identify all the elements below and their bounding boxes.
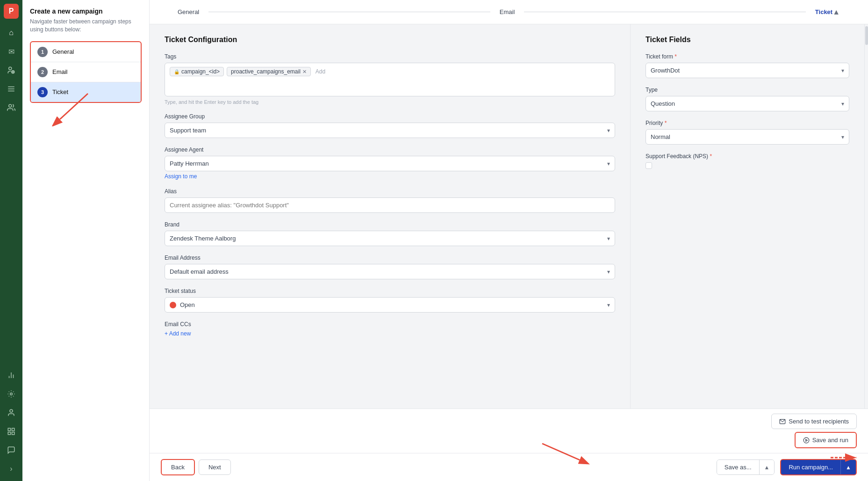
- step-num-3: 3: [37, 87, 48, 97]
- back-button[interactable]: Back: [161, 459, 195, 475]
- type-label: Type: [646, 87, 849, 93]
- assignee-group-field: Assignee Group Support team ▾: [165, 113, 615, 138]
- svg-point-17: [803, 437, 809, 443]
- svg-marker-18: [805, 439, 807, 441]
- save-as-arrow[interactable]: ▲: [760, 460, 775, 474]
- tag-close-icon[interactable]: ✕: [302, 69, 307, 75]
- alias-input[interactable]: [165, 197, 615, 213]
- ticket-status-value: Open: [180, 301, 195, 308]
- svg-point-9: [10, 393, 13, 395]
- users-nav-item[interactable]: [3, 62, 20, 79]
- sidebar: Create a new campaign Navigate faster be…: [22, 0, 150, 481]
- step-num-1: 1: [37, 47, 48, 57]
- brand-value: Zendesk Theme Aalborg: [170, 235, 236, 242]
- tag-proactive[interactable]: proactive_campaigns_email ✕: [227, 67, 311, 76]
- alias-label: Alias: [165, 188, 615, 195]
- footer-extras: Send to test recipients Save and run: [150, 408, 868, 453]
- chevron-down-icon-6: ▾: [841, 67, 844, 74]
- ticket-form-select[interactable]: GrowthDot ▾: [646, 63, 849, 78]
- progress-bar: General Email Ticket ▲: [150, 0, 868, 24]
- ticket-status-select[interactable]: Open ▾: [165, 297, 615, 313]
- svg-rect-12: [12, 428, 14, 430]
- chevron-down-icon-4: ▾: [607, 269, 610, 275]
- tags-hint: Type, and hit the Enter key to add the t…: [165, 99, 615, 105]
- ticket-form-value: GrowthDot: [651, 67, 680, 74]
- nav-buttons: Back Next: [161, 459, 231, 475]
- app-logo[interactable]: P: [4, 4, 19, 19]
- email-address-field-group: Email Address Default email address ▾: [165, 255, 615, 279]
- assignee-agent-select[interactable]: Patty Herrman ▾: [165, 156, 615, 171]
- scrollbar[interactable]: [864, 24, 868, 408]
- progress-step-email[interactable]: Email: [500, 8, 515, 15]
- collapse-icon[interactable]: ▲: [832, 8, 840, 16]
- support-feedback-checkbox[interactable]: [646, 162, 652, 169]
- svg-point-0: [9, 67, 12, 70]
- add-new-link[interactable]: + Add new: [165, 330, 615, 337]
- ticket-fields-title: Ticket Fields: [646, 36, 849, 44]
- home-nav-item[interactable]: ⌂: [3, 24, 20, 41]
- send-to-test-button[interactable]: Send to test recipients: [771, 414, 857, 429]
- tag-campaign-id[interactable]: 🔒 campaign_<id>: [170, 67, 224, 76]
- next-button[interactable]: Next: [199, 459, 231, 475]
- step-email[interactable]: 2 Email: [31, 62, 141, 82]
- progress-line-2: [524, 12, 806, 12]
- svg-rect-13: [8, 432, 10, 435]
- list-nav-item[interactable]: [3, 80, 20, 97]
- settings-nav-item[interactable]: [3, 386, 20, 402]
- step-label-email: Email: [52, 68, 68, 75]
- sidebar-title: Create a new campaign: [30, 7, 142, 15]
- priority-label: Priority *: [646, 120, 849, 126]
- email-address-value: Default email address: [170, 268, 229, 275]
- progress-line-1: [208, 12, 490, 12]
- priority-field-group: Priority * Normal ▾: [646, 120, 849, 145]
- tag-text: campaign_<id>: [181, 68, 220, 75]
- chat-nav-item[interactable]: [3, 442, 20, 459]
- tags-add[interactable]: Add: [314, 67, 327, 76]
- svg-point-5: [9, 104, 12, 107]
- apps-nav-item[interactable]: [3, 423, 20, 440]
- ticket-status-field-group: Ticket status Open ▾: [165, 288, 615, 313]
- sidebar-subtitle: Navigate faster between campaign steps u…: [30, 18, 142, 34]
- assignee-agent-label: Assignee Agent: [165, 146, 615, 153]
- save-and-run-button[interactable]: Save and run: [795, 432, 857, 448]
- left-navigation: P ⌂ ✉ ›: [0, 0, 22, 481]
- status-open-dot: [170, 302, 176, 308]
- save-as-button[interactable]: Save as...: [717, 460, 760, 474]
- scroll-thumb: [865, 26, 868, 45]
- email-ccs-field-group: Email CCs + Add new: [165, 321, 615, 337]
- svg-rect-11: [8, 428, 10, 430]
- type-select[interactable]: Question ▾: [646, 96, 849, 111]
- ticket-config-panel: Ticket Configuration Tags 🔒 campaign_<id…: [150, 24, 631, 408]
- chevron-down-icon-3: ▾: [607, 235, 610, 242]
- tags-input[interactable]: 🔒 campaign_<id> proactive_campaigns_emai…: [165, 63, 615, 96]
- step-general[interactable]: 1 General: [31, 42, 141, 62]
- run-campaign-button[interactable]: Run campaign...: [781, 460, 841, 474]
- people-nav-item[interactable]: [3, 99, 20, 116]
- chart-nav-item[interactable]: [3, 367, 20, 384]
- step-ticket[interactable]: 3 Ticket: [31, 82, 141, 102]
- assign-to-me-link[interactable]: Assign to me: [165, 173, 615, 180]
- play-icon: [803, 437, 810, 444]
- step-num-2: 2: [37, 67, 48, 77]
- progress-step-general[interactable]: General: [178, 8, 199, 15]
- assignee-group-select[interactable]: Support team ▾: [165, 123, 615, 138]
- ticket-status-label: Ticket status: [165, 288, 615, 294]
- run-campaign-arrow[interactable]: ▲: [841, 460, 856, 474]
- tags-field-group: Tags 🔒 campaign_<id> proactive_campaigns…: [165, 53, 615, 105]
- envelope-icon: [779, 418, 786, 425]
- run-campaign-group: Run campaign... ▲: [780, 459, 857, 475]
- steps-container: 1 General 2 Email 3 Ticket: [30, 41, 142, 103]
- alias-field-group: Alias: [165, 188, 615, 213]
- type-field-group: Type Question ▾: [646, 87, 849, 111]
- priority-select[interactable]: Normal ▾: [646, 129, 849, 145]
- step-label-general: General: [52, 48, 74, 55]
- mail-nav-item[interactable]: ✉: [3, 43, 20, 60]
- ticket-form-label: Ticket form *: [646, 53, 849, 60]
- expand-nav-item[interactable]: ›: [3, 460, 20, 477]
- progress-step-ticket[interactable]: Ticket: [815, 8, 832, 15]
- brand-select[interactable]: Zendesk Theme Aalborg ▾: [165, 231, 615, 246]
- ticket-fields-panel: Ticket Fields Ticket form * GrowthDot ▾ …: [631, 24, 864, 408]
- support-feedback-field-group: Support Feedback (NPS) *: [646, 153, 849, 169]
- person-nav-item[interactable]: [3, 404, 20, 421]
- email-address-select[interactable]: Default email address ▾: [165, 264, 615, 279]
